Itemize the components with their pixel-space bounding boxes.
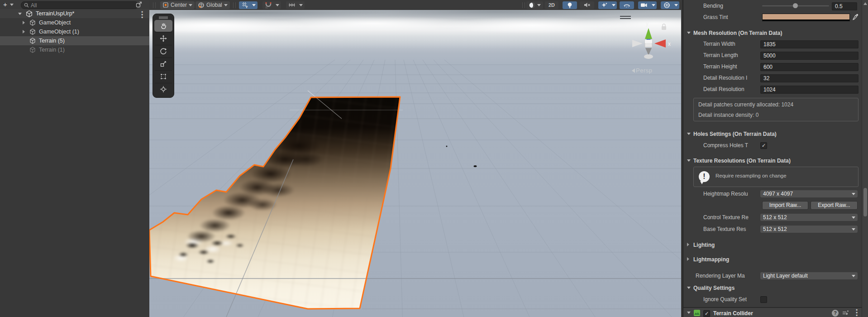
gizmos-toggle[interactable]: [661, 1, 672, 9]
pop-out-icon[interactable]: [135, 0, 143, 10]
light-bulb-icon: [567, 2, 573, 9]
foldout-closed-icon[interactable]: [687, 243, 689, 246]
snap-dropdown[interactable]: [274, 1, 281, 9]
hierarchy-item-gameobject-1[interactable]: GameObject (1): [0, 27, 149, 36]
texture-resolutions-section[interactable]: Texture Resolutions (On Terrain Data): [683, 157, 863, 165]
scene-lighting-toggle[interactable]: [563, 1, 577, 9]
effects-dropdown[interactable]: [610, 1, 617, 9]
rotate-tool-button[interactable]: [154, 45, 172, 57]
eyedropper-icon[interactable]: [852, 13, 859, 21]
overlay-drag-handle[interactable]: [159, 16, 168, 19]
audio-mute-toggle[interactable]: [580, 1, 594, 9]
grass-tint-swatch[interactable]: [762, 14, 850, 21]
overlay-menu-handle[interactable]: [620, 16, 631, 19]
scrollbar-thumb[interactable]: [863, 188, 867, 216]
bending-value-field[interactable]: 0.5: [832, 2, 857, 10]
persp-chevron-icon: [632, 68, 635, 73]
transform-tool-button[interactable]: [154, 83, 172, 95]
foldout-icon[interactable]: [23, 21, 25, 24]
raw-buttons-row: Import Raw... Export Raw...: [683, 201, 863, 209]
rendering-layer-dropdown[interactable]: Light Layer default: [760, 272, 858, 279]
grid-visibility-toggle[interactable]: Y: [239, 1, 251, 9]
tool-handle-pivot-button[interactable]: Center: [160, 1, 195, 9]
view-2d-toggle[interactable]: 2D: [545, 1, 558, 9]
quality-settings-section[interactable]: Quality Settings: [683, 284, 863, 292]
grass-tint-label: Grass Tint: [703, 14, 728, 20]
ignore-quality-checkbox[interactable]: [760, 296, 767, 303]
detail-info-box: Detail patches currently allocated: 1024…: [693, 98, 858, 121]
export-raw-button[interactable]: Export Raw...: [811, 201, 858, 210]
terrain-width-field[interactable]: 1835: [760, 40, 858, 48]
grid-dropdown[interactable]: [251, 1, 258, 9]
scale-tool-button[interactable]: [154, 58, 172, 70]
unity-editor-window: + All TerrainUspUrp* ••• GameObject: [0, 0, 868, 317]
unity-scene-icon: [25, 10, 33, 18]
holes-settings-section[interactable]: Holes Settings (On Terrain Data): [683, 130, 863, 138]
foldout-open-icon[interactable]: [687, 133, 691, 135]
chevron-down-icon: [189, 4, 192, 6]
hierarchy-search-input[interactable]: All: [21, 1, 138, 9]
create-object-dropdown-icon[interactable]: [10, 4, 14, 6]
hierarchy-item-terrain-1-inactive[interactable]: Terrain (1): [0, 45, 149, 54]
shading-mode-button[interactable]: [526, 1, 543, 9]
hierarchy-item-gameobject[interactable]: GameObject: [0, 18, 149, 27]
foldout-icon[interactable]: [23, 30, 25, 34]
field-label: Control Texture Re: [703, 214, 749, 221]
effects-toggle[interactable]: [598, 1, 610, 9]
tool-handle-rotation-button[interactable]: Global: [196, 1, 230, 9]
inspector-panel: Bending 0.5 Grass Tint Mesh Resolution (…: [682, 0, 863, 317]
camera-dropdown[interactable]: [650, 1, 657, 9]
mesh-resolution-section[interactable]: Mesh Resolution (On Terrain Data): [683, 29, 863, 37]
lightmapping-section[interactable]: Lightmapping: [683, 255, 863, 264]
compress-holes-checkbox[interactable]: ✓: [760, 142, 767, 149]
camera-settings-button[interactable]: [638, 1, 650, 9]
import-raw-button[interactable]: Import Raw...: [762, 201, 808, 210]
rect-tool-button[interactable]: [154, 71, 172, 82]
audio-muted-icon: [583, 2, 591, 8]
pivot-label: Center: [171, 2, 187, 8]
inspector-scrollbar[interactable]: [862, 0, 868, 317]
help-icon[interactable]: ?: [832, 310, 839, 317]
hand-tool-button[interactable]: [154, 20, 172, 32]
terrain-collider-header[interactable]: ✓ Terrain Collider ? •••: [683, 307, 863, 317]
scene-viewport[interactable]: y x Persp: [149, 10, 681, 317]
terrain-width-row: Terrain Width 1835: [683, 40, 863, 48]
heightmap-resolution-dropdown[interactable]: 4097 x 4097: [760, 190, 858, 197]
detail-resolution-per-patch-field[interactable]: 32: [760, 74, 858, 82]
foldout-closed-icon[interactable]: [687, 257, 689, 261]
grid-axis-icon: Y: [241, 1, 248, 9]
scroll-up-arrow-icon[interactable]: [863, 2, 867, 5]
scene-row[interactable]: TerrainUspUrp* •••: [0, 9, 149, 18]
foldout-open-icon[interactable]: [687, 312, 691, 314]
component-enabled-checkbox[interactable]: ✓: [703, 310, 710, 317]
create-object-button[interactable]: +: [3, 0, 7, 8]
component-kebab-icon[interactable]: •••: [856, 309, 858, 317]
projection-mode-button[interactable]: Persp: [632, 67, 652, 74]
section-title: Quality Settings: [693, 285, 734, 291]
field-label: Terrain Height: [703, 63, 737, 70]
presets-icon[interactable]: [842, 310, 849, 317]
snap-toggle[interactable]: [262, 1, 274, 9]
terrain-length-field[interactable]: 5000: [760, 52, 858, 60]
hierarchy-item-terrain-5-selected[interactable]: Terrain (5): [0, 36, 149, 45]
field-label: Compress Holes T: [703, 142, 748, 149]
control-texture-dropdown[interactable]: 512 x 512: [760, 214, 858, 221]
scene-visibility-toggle[interactable]: [620, 1, 634, 9]
cube-icon: [29, 19, 36, 26]
field-label: Terrain Width: [703, 41, 735, 47]
scene-foldout-icon[interactable]: [18, 13, 22, 15]
lighting-section[interactable]: Lighting: [683, 241, 863, 249]
foldout-open-icon[interactable]: [687, 159, 691, 162]
section-title: Mesh Resolution (On Terrain Data): [693, 30, 782, 36]
base-texture-dropdown[interactable]: 512 x 512: [760, 226, 858, 233]
snap-increment-button[interactable]: [286, 1, 298, 9]
detail-resolution-field[interactable]: 1024: [760, 86, 858, 94]
gizmos-dropdown[interactable]: [672, 1, 679, 9]
rotate-icon: [160, 48, 167, 55]
move-tool-button[interactable]: [154, 33, 172, 44]
bending-slider-handle[interactable]: [793, 3, 798, 8]
foldout-open-icon[interactable]: [687, 32, 691, 34]
terrain-height-field[interactable]: 600: [760, 63, 858, 71]
snap-increment-dropdown[interactable]: [298, 1, 305, 9]
foldout-open-icon[interactable]: [687, 287, 691, 289]
